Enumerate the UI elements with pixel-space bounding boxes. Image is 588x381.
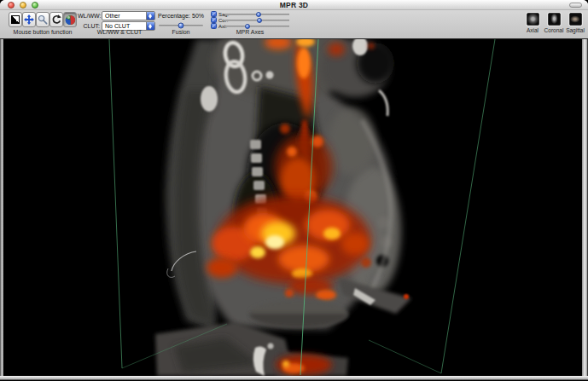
sagittal-thumbnail-icon [570,14,581,25]
sag-slider-thumb[interactable] [256,12,261,17]
clut-label: CLUT: [78,23,100,29]
wlww-tool-button[interactable] [9,12,22,27]
fusion-slider[interactable] [159,25,203,26]
sag-checkbox[interactable]: ✓ [211,11,217,17]
titlebar[interactable]: MPR 3D [0,0,588,10]
pan-tool-button[interactable] [22,12,36,27]
window-border-bottom[interactable] [0,376,588,381]
cor-slider[interactable] [225,20,289,21]
window-border-right [582,39,588,376]
wlww-group-label: WL/WW & CLUT [82,29,157,35]
rotate-tool-button[interactable] [49,12,63,27]
trackball-sphere-icon [65,14,76,26]
move-arrows-icon [24,14,34,25]
axial-view-button[interactable] [527,13,539,26]
magnifier-icon [38,14,48,25]
zoom-tool-button[interactable] [36,12,49,27]
wlww-label: WL/WW: [78,13,100,19]
mpr-axis-line-left[interactable] [109,39,122,368]
sag-slider[interactable] [225,14,289,15]
wlww-popup[interactable]: Other [102,11,155,20]
window-title: MPR 3D [0,1,588,9]
mpr-3d-window: MPR 3D [0,0,588,381]
fusion-group-label: Fusion [159,29,203,35]
axi-slider-thumb[interactable] [245,24,250,29]
rotate-3d-tool-button[interactable] [63,12,77,27]
percentage-label: Percentage: [158,13,192,19]
mpr-axis-line-bottom-right[interactable] [369,340,441,373]
axi-slider[interactable] [225,26,289,27]
sag-axis-row: ✓ Sag: [211,11,289,17]
wlww-value: Other [105,13,120,19]
axi-checkbox[interactable]: ✓ [211,23,217,29]
cor-checkbox[interactable]: ✓ [211,17,217,23]
mpr-axes-group-label: MPR Axes [211,29,289,35]
pet-ct-fusion-volume [3,39,582,376]
toolbar-toggle-button[interactable] [569,3,582,8]
clut-value: No CLUT [105,23,130,29]
window-border-left [0,39,3,376]
cor-slider-thumb[interactable] [257,18,262,23]
coronal-view-button[interactable] [548,13,561,26]
mouse-group-label: Mouse button function [7,29,79,35]
fusion-slider-thumb[interactable] [178,23,184,29]
mpr-3d-viewport[interactable] [3,39,582,376]
contrast-icon [11,15,20,24]
rotate-arrow-icon [51,14,61,25]
axial-thumbnail-icon [527,14,539,25]
axi-axis-row: ✓ Axi: [211,23,289,29]
sagittal-view-button[interactable] [569,13,582,26]
window-chrome: MPR 3D [0,0,588,39]
coronal-thumbnail-icon [549,14,560,25]
mpr-axis-line-right[interactable] [441,39,495,373]
cor-axis-row: ✓ Cor: [211,17,289,23]
popup-stepper-icon[interactable] [146,12,154,20]
percentage-value: 50% [192,13,207,19]
sagittal-view-label: Sagittal [562,27,588,33]
